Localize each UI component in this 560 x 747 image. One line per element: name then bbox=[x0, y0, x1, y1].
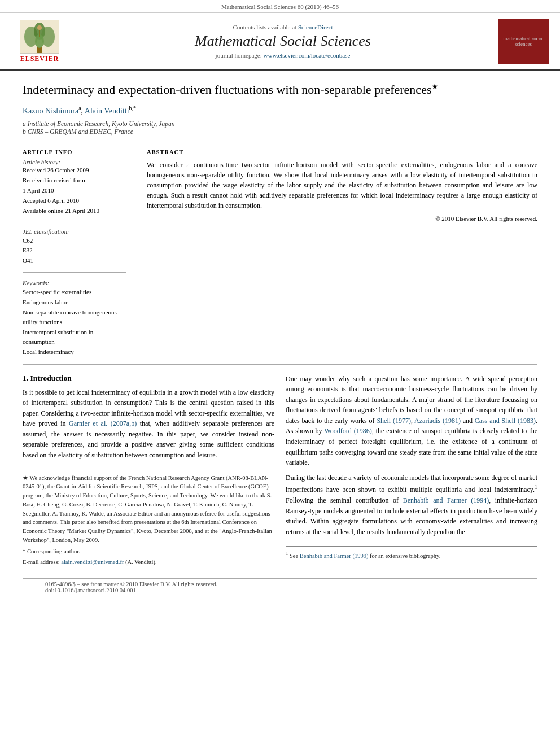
affiliations: a Institute of Economic Research, Kyoto … bbox=[23, 120, 537, 135]
keyword-6: Local indeterminacy bbox=[23, 347, 126, 357]
body-right-para2: During the last decade a variety of econ… bbox=[286, 473, 537, 538]
received-date: Received 26 October 2009 bbox=[23, 167, 126, 173]
journal-banner: ELSEVIER Contents lists available at Sci… bbox=[0, 13, 560, 69]
history-label: Article history: bbox=[23, 159, 126, 165]
cass-shell-ref[interactable]: Cass and Shell (1983) bbox=[475, 417, 536, 425]
keyword-5: Intertemporal substitution in consumptio… bbox=[23, 327, 126, 347]
benhabib-farmer-99-ref[interactable]: Benhabib and Farmer (1999) bbox=[300, 553, 369, 559]
section1-title: 1. Introduction bbox=[23, 374, 274, 383]
journal-center: Contents lists available at ScienceDirec… bbox=[68, 24, 498, 59]
science-direct-line: Contents lists available at ScienceDirec… bbox=[79, 24, 487, 30]
affil-b: b CNRS – GREQAM and EDHEC, France bbox=[23, 128, 537, 135]
footer-doi: doi:10.1016/j.mathsocsci.2010.04.001 bbox=[45, 587, 515, 593]
journal-homepage: journal homepage: www.elsevier.com/locat… bbox=[79, 52, 487, 59]
shell-ref[interactable]: Shell (1977) bbox=[377, 417, 411, 425]
azariadis-ref[interactable]: Azariadis (1981) bbox=[414, 417, 461, 425]
footnotes-left: ★ We acknowledge financial support of th… bbox=[23, 470, 274, 567]
elsevier-label: ELSEVIER bbox=[20, 55, 59, 63]
affil-a: a Institute of Economic Research, Kyoto … bbox=[23, 120, 537, 127]
footnote-email: E-mail address: alain.venditti@univmed.f… bbox=[23, 558, 274, 567]
science-direct-link[interactable]: ScienceDirect bbox=[298, 24, 333, 30]
main-content: Indeterminacy and expectation-driven flu… bbox=[0, 71, 560, 605]
journal-thumbnail: mathematical social sciences bbox=[498, 19, 549, 64]
jel-c62: C62 bbox=[23, 236, 126, 246]
accepted-date: Accepted 6 April 2010 bbox=[23, 197, 126, 204]
keyword-1: Sector-specific externalities bbox=[23, 287, 126, 298]
keywords-label: Keywords: bbox=[23, 279, 126, 286]
divider-info-1 bbox=[23, 221, 126, 221]
available-date: Available online 21 April 2010 bbox=[23, 207, 126, 214]
divider-info-2 bbox=[23, 272, 126, 273]
page-footer: 0165-4896/$ – see front matter © 2010 El… bbox=[23, 578, 537, 593]
jel-o41: O41 bbox=[23, 256, 126, 266]
page: Mathematical Social Sciences 60 (2010) 4… bbox=[0, 0, 560, 747]
article-title: Indeterminacy and expectation-driven flu… bbox=[23, 82, 537, 98]
received-revised-label: Received in revised form bbox=[23, 177, 126, 184]
benhabib-farmer-ref[interactable]: Benhabib and Farmer (1994) bbox=[403, 496, 489, 504]
garnier-ref[interactable]: Garnier et al. (2007a,b) bbox=[69, 420, 137, 427]
journal-top-bar: Mathematical Social Sciences 60 (2010) 4… bbox=[0, 0, 560, 13]
jel-codes: C62 E32 O41 bbox=[23, 236, 126, 266]
divider-1 bbox=[23, 142, 537, 142]
svg-point-6 bbox=[37, 25, 42, 30]
body-right-para1: One may wonder why such a question has s… bbox=[286, 374, 537, 468]
authors-line: Kazuo Nishimuraa, Alain Vendittib,* bbox=[23, 105, 537, 116]
abstract-title: ABSTRACT bbox=[147, 149, 537, 155]
body-left-column: 1. Introduction Is it possible to get lo… bbox=[23, 374, 274, 570]
elsevier-logo: ELSEVIER bbox=[11, 20, 68, 63]
abstract-section: ABSTRACT We consider a continuous-time t… bbox=[147, 149, 537, 357]
journal-title-banner: Mathematical Social Sciences bbox=[79, 33, 487, 50]
footnote-corresponding: * Corresponding author. bbox=[23, 547, 274, 556]
body-content: 1. Introduction Is it possible to get lo… bbox=[23, 374, 537, 570]
copyright: © 2010 Elsevier B.V. All rights reserved… bbox=[147, 215, 537, 222]
author2-link[interactable]: Alain Venditti bbox=[85, 107, 129, 115]
journal-header: Mathematical Social Sciences 60 (2010) 4… bbox=[0, 0, 560, 71]
body-right-column: One may wonder why such a question has s… bbox=[286, 374, 537, 570]
keyword-4: utility functions bbox=[23, 317, 126, 327]
footnotes-right: 1 See Benhabib and Farmer (1999) for an … bbox=[286, 546, 537, 560]
article-info-column: ARTICLE INFO Article history: Received 2… bbox=[23, 149, 135, 357]
woodford-ref[interactable]: Woodford (1986) bbox=[324, 427, 371, 435]
received-revised-date: 1 April 2010 bbox=[23, 187, 126, 194]
keywords-list: Sector-specific externalities Endogenous… bbox=[23, 287, 126, 357]
footnote-1: 1 See Benhabib and Farmer (1999) for an … bbox=[286, 550, 537, 560]
keyword-2: Endogenous labor bbox=[23, 298, 126, 308]
journal-homepage-link[interactable]: www.elsevier.com/locate/econbase bbox=[264, 52, 351, 59]
jel-e32: E32 bbox=[23, 246, 126, 256]
divider-2 bbox=[23, 364, 537, 365]
elsevier-tree-icon bbox=[20, 20, 59, 54]
info-abstract-section: ARTICLE INFO Article history: Received 2… bbox=[23, 149, 537, 357]
article-info-title: ARTICLE INFO bbox=[23, 149, 126, 155]
author1-link[interactable]: Kazuo Nishimura bbox=[23, 107, 78, 115]
footnote-star: ★ We acknowledge financial support of th… bbox=[23, 474, 274, 545]
keyword-3: Non-separable concave homogeneous bbox=[23, 308, 126, 318]
body-left-para1: Is it possible to get local indeterminac… bbox=[23, 387, 274, 461]
jel-label: JEL classification: bbox=[23, 228, 126, 235]
abstract-text: We consider a continuous-time two-sector… bbox=[147, 160, 537, 211]
footer-issn: 0165-4896/$ – see front matter © 2010 El… bbox=[45, 581, 515, 587]
email-link[interactable]: alain.venditti@univmed.fr bbox=[61, 559, 124, 565]
journal-citation: Mathematical Social Sciences 60 (2010) 4… bbox=[221, 3, 339, 10]
